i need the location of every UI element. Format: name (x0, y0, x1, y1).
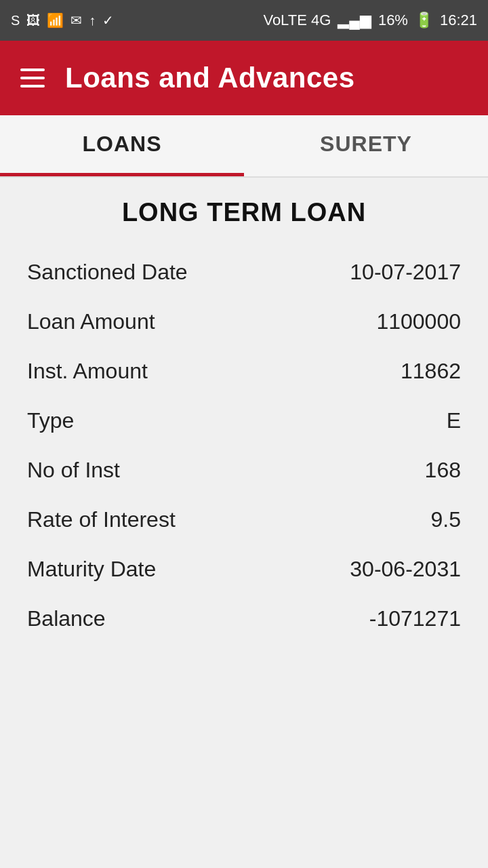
battery-icon: 🔋 (415, 12, 433, 29)
detail-label-5: Rate of Interest (27, 507, 176, 532)
detail-value-5: 9.5 (431, 507, 461, 532)
status-bar-right: VoLTE 4G ▂▄▆ 16% 🔋 16:21 (263, 12, 477, 29)
detail-row: Balance-1071271 (27, 594, 461, 644)
skype-icon: S (11, 13, 20, 28)
detail-value-6: 30-06-2031 (350, 557, 461, 582)
app-header: Loans and Advances (0, 41, 488, 115)
tab-surety[interactable]: SURETY (244, 115, 488, 176)
detail-label-4: No of Inst (27, 458, 120, 483)
detail-value-0: 10-07-2017 (350, 260, 461, 285)
detail-value-1: 1100000 (376, 309, 461, 334)
detail-value-3: E (447, 408, 461, 433)
detail-value-7: -1071271 (369, 606, 461, 631)
hamburger-line-2 (20, 77, 45, 79)
battery-percent: 16% (378, 12, 408, 29)
hamburger-line-3 (20, 85, 45, 87)
network-type: VoLTE 4G (263, 12, 331, 29)
hamburger-line-1 (20, 68, 45, 71)
detail-label-6: Maturity Date (27, 557, 156, 582)
email-icon: ✉ (70, 12, 82, 28)
detail-row: No of Inst168 (27, 446, 461, 495)
image-icon: 🖼 (26, 13, 40, 28)
check-icon: ✓ (102, 12, 114, 28)
detail-value-4: 168 (425, 458, 461, 483)
detail-label-1: Loan Amount (27, 309, 155, 334)
status-bar: S 🖼 📶 ✉ ↑ ✓ VoLTE 4G ▂▄▆ 16% 🔋 16:21 (0, 0, 488, 41)
main-content: LONG TERM LOAN Sanctioned Date10-07-2017… (0, 178, 488, 868)
detail-label-7: Balance (27, 606, 106, 631)
wifi-icon: 📶 (47, 12, 64, 28)
arrow-icon: ↑ (89, 13, 96, 28)
hamburger-menu-button[interactable] (20, 68, 45, 87)
tab-surety-label: SURETY (320, 132, 412, 157)
loan-details: Sanctioned Date10-07-2017Loan Amount1100… (27, 248, 461, 644)
page-title: Loans and Advances (65, 62, 355, 94)
status-bar-left: S 🖼 📶 ✉ ↑ ✓ (11, 12, 114, 28)
detail-value-2: 11862 (401, 359, 461, 384)
tab-loans[interactable]: LOANS (0, 115, 244, 176)
loan-section-title: LONG TERM LOAN (27, 198, 461, 227)
detail-row: Sanctioned Date10-07-2017 (27, 248, 461, 297)
detail-label-2: Inst. Amount (27, 359, 148, 384)
signal-bars: ▂▄▆ (338, 12, 371, 29)
tabs-container: LOANS SURETY (0, 115, 488, 178)
detail-row: TypeE (27, 396, 461, 446)
detail-row: Maturity Date30-06-2031 (27, 545, 461, 594)
detail-row: Inst. Amount11862 (27, 347, 461, 396)
detail-row: Loan Amount1100000 (27, 297, 461, 347)
tab-loans-label: LOANS (83, 132, 162, 157)
detail-label-0: Sanctioned Date (27, 260, 188, 285)
detail-label-3: Type (27, 408, 74, 433)
clock: 16:21 (440, 12, 477, 29)
detail-row: Rate of Interest9.5 (27, 495, 461, 545)
